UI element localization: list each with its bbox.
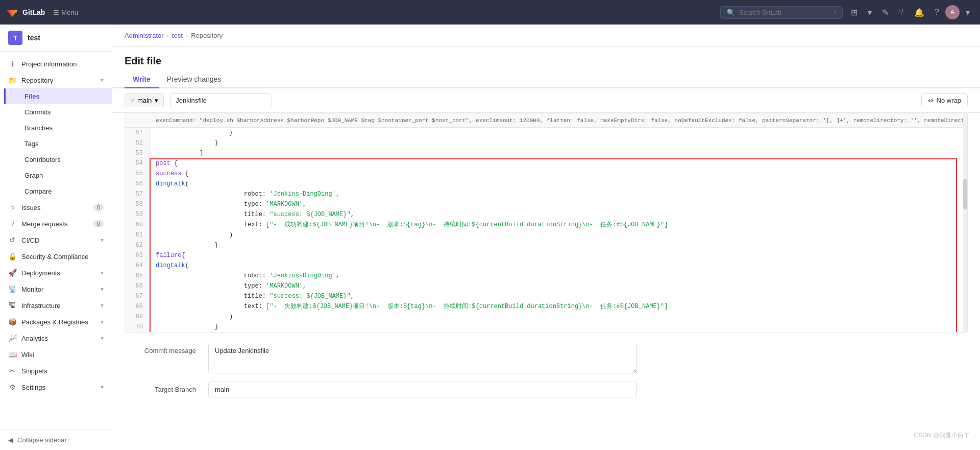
snippet-icon: ✂ [8,367,16,375]
sidebar-item-branches[interactable]: Branches [4,120,112,136]
sidebar-item-graph[interactable]: Graph [4,168,112,183]
chevron-deployments-icon: ▾ [101,269,104,276]
sidebar-item-packages[interactable]: 📦 Packages & Registries ▾ [0,314,112,330]
commit-message-input[interactable]: Update Jenkinsfile [208,343,637,373]
search-box[interactable]: 🔍 / [720,6,843,19]
sidebar-item-label: Infrastructure [21,302,61,310]
avatar-chevron[interactable]: ▾ [962,5,974,20]
line-num-65: 65 [131,271,143,281]
code-editor-container: execCommand: "deploy.sh $harborAddress $… [125,113,968,333]
line-num-63: 63 [131,250,143,260]
avatar[interactable]: A [945,5,960,19]
sidebar-item-label: Issues [21,204,41,211]
sidebar-item-cicd[interactable]: ↺ CI/CD ▾ [0,232,112,248]
sidebar-item-analytics[interactable]: 📈 Analytics ▾ [0,330,112,346]
bell-icon[interactable]: 🔔 [910,5,928,20]
breadcrumb-admin[interactable]: Administrator [125,32,164,39]
breadcrumb-test[interactable]: test [172,32,183,39]
code-line-71: } [156,332,961,333]
sidebar-item-deployments[interactable]: 🚀 Deployments ▾ [0,265,112,281]
sidebar-item-repository[interactable]: 📁 Repository ▾ [0,72,112,88]
code-line-67: title: "success: ${JOB_NAME}", [156,291,961,301]
sidebar-item-tags[interactable]: Tags [4,136,112,152]
code-line-64: dingtalk( [156,260,961,271]
sidebar-item-project-information[interactable]: ℹ Project information [0,56,112,72]
code-line-61: ) [156,230,961,240]
scrollbar-track[interactable] [963,128,967,332]
sidebar-item-label: Contributors [24,156,61,163]
commit-message-label: Commit message [125,343,196,354]
search-input[interactable] [739,9,830,16]
tab-write[interactable]: Write [125,71,159,88]
sidebar-item-settings[interactable]: ⚙ Settings ▾ [0,379,112,395]
sidebar-item-files[interactable]: Files [4,88,112,104]
tab-preview[interactable]: Preview changes [159,71,230,88]
sidebar-item-wiki[interactable]: 📖 Wiki [0,346,112,363]
line-num-53: 53 [131,148,143,158]
file-name-input[interactable] [170,93,272,107]
code-editor[interactable]: 51 52 53 54 55 56 57 58 59 60 61 62 63 6… [125,128,967,333]
line-num-64: 64 [131,260,143,271]
sidebar-nav: ℹ Project information 📁 Repository ▾ Fil… [0,52,112,430]
line-num-51: 51 [131,128,143,138]
chevron-cicd-icon: ▾ [101,236,104,244]
wrap-icon: ⇔ [928,97,934,104]
sidebar-item-label: Security & Compliance [21,253,89,260]
code-line-68: text: ["- 失败构建:${JOB_NAME}项目!\n- 版本:${ta… [156,301,961,312]
code-line-54: post { [156,158,961,169]
commit-message-group: Commit message Update Jenkinsfile [125,343,968,373]
issues-icon: ○ [8,203,16,211]
sidebar-item-compare[interactable]: Compare [4,183,112,199]
collapse-label: Collapse sidebar [17,436,67,444]
menu-button[interactable]: ☰ Menu [49,7,82,18]
sidebar-item-merge-requests[interactable]: ⑂ Merge requests 0 [0,216,112,232]
sidebar-item-label: Tags [24,140,38,148]
sidebar-item-security[interactable]: 🔒 Security & Compliance [0,248,112,265]
sidebar-item-label: Graph [24,172,43,179]
help-icon[interactable]: ? [930,5,943,20]
cicd-icon: ↺ [8,236,16,244]
scrollbar-thumb[interactable] [963,179,967,209]
fork-icon[interactable]: ⑂ [895,5,908,20]
chevron-icon[interactable]: ▾ [864,5,876,20]
line-num-57: 57 [131,189,143,199]
sidebar-item-commits[interactable]: Commits [4,104,112,120]
chevron-settings-icon: ▾ [101,384,104,391]
branch-selector[interactable]: ⑂ main ▾ [125,93,164,107]
code-line-63: failure{ [156,250,961,260]
sidebar-item-contributors[interactable]: Contributors [4,152,112,168]
breadcrumb-current: Repository [191,32,223,39]
code-content[interactable]: } } } post { success { dingtalk( robot: [150,128,967,333]
code-line-57: robot: 'Jenkins-DingDing', [156,189,961,199]
line-num-69: 69 [131,312,143,322]
gitlab-logo[interactable]: GitLab [6,6,45,18]
sidebar-item-infrastructure[interactable]: 🏗 Infrastructure ▾ [0,297,112,314]
code-line-56: dingtalk( [156,179,961,189]
code-line-55: success { [156,169,961,179]
sidebar-item-label: Snippets [21,367,47,375]
sidebar-item-snippets[interactable]: ✂ Snippets [0,363,112,379]
code-line-70: } [156,322,961,332]
package-icon: 📦 [8,318,16,326]
no-wrap-button[interactable]: ⇔ No wrap [921,93,968,107]
editor-toolbar: ⑂ main ▾ ⇔ No wrap [112,88,980,113]
page-title: Edit file [125,55,968,67]
sidebar-item-label: Analytics [21,335,48,342]
search-icon: 🔍 [727,9,735,16]
chevron-monitor-icon: ▾ [101,286,104,293]
line-num-62: 62 [131,240,143,250]
target-branch-input[interactable] [208,382,637,397]
edit-icon[interactable]: ✎ [878,5,893,20]
sidebar-item-issues[interactable]: ○ Issues 0 [0,199,112,216]
sidebar-item-monitor[interactable]: 📡 Monitor ▾ [0,281,112,297]
code-line-53: } [156,148,961,158]
collapse-sidebar[interactable]: ◀ Collapse sidebar [0,430,112,450]
code-line-59: title: "success: ${JOB_NAME}", [156,209,961,220]
line-num-71: 71 [131,332,143,333]
tabs: Write Preview changes [112,71,980,88]
project-header[interactable]: T test [0,25,112,52]
chevron-pkg-icon: ▾ [101,318,104,325]
screen-icon[interactable]: ⊞ [847,5,862,20]
collapse-icon: ◀ [8,436,13,444]
layout: T test ℹ Project information 📁 Repositor… [0,25,980,450]
